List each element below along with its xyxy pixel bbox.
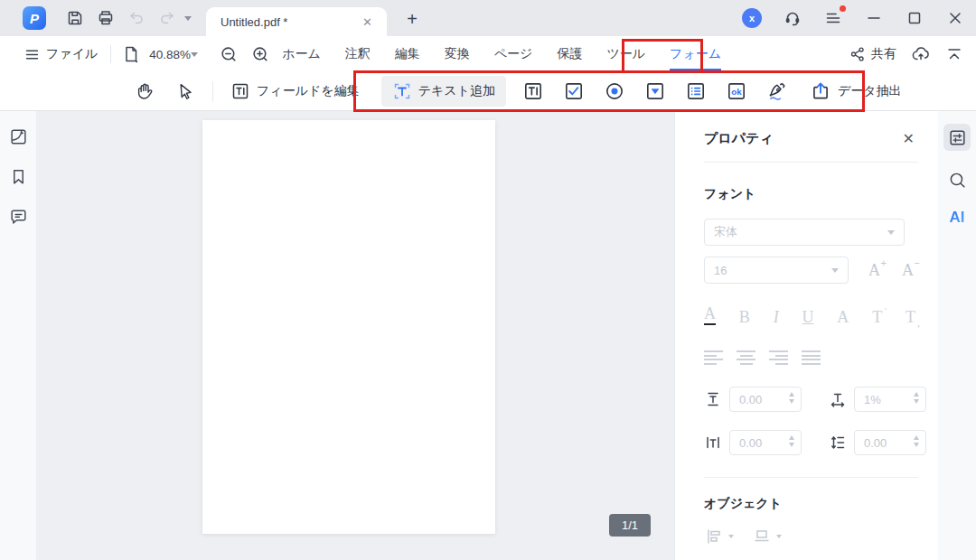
italic-button[interactable]: I [774,309,779,325]
add-text-icon [392,81,412,101]
align-objects-button[interactable] [704,527,734,546]
page-view-icon[interactable] [122,45,140,63]
comments-panel-button[interactable] [8,206,28,226]
properties-close-icon[interactable]: ✕ [899,128,918,149]
pdfelement-logo[interactable]: P [23,6,46,30]
cloud-upload-icon[interactable] [911,44,931,64]
signature-field-button[interactable] [766,80,788,102]
increase-font-size-button[interactable]: A+ [868,261,880,280]
hand-tool-button[interactable] [134,80,155,102]
ok-glyph: ok [731,87,742,97]
tab-comment[interactable]: 注釈 [345,38,371,70]
undo-redo-dropdown[interactable] [184,16,192,21]
close-button[interactable] [945,8,965,28]
save-button[interactable] [65,8,85,28]
char-spacing-spinner[interactable] [729,430,802,455]
user-avatar[interactable]: x [742,8,762,28]
listbox-field-button[interactable] [685,80,707,102]
radio-field-button[interactable] [604,80,625,102]
form-toolbar: フィールドを編集 テキスト追加 ok データ抽出 [0,72,976,111]
tab-tool[interactable]: ツール [606,38,645,70]
chevron-down-icon [728,535,734,538]
align-center-button[interactable] [737,350,755,365]
checkbox-field-button[interactable] [563,80,585,102]
headset-support-icon[interactable] [783,8,802,28]
tab-edit[interactable]: 編集 [395,38,420,70]
titlebar: P Untitled.pdf * ✕ + x [0,0,976,36]
collapse-toolbar-icon[interactable] [945,45,963,63]
add-text-label: テキスト追加 [418,83,495,99]
right-sidebar: AI [938,111,976,560]
minimize-button[interactable] [864,8,884,28]
spinner-arrows[interactable] [789,392,794,404]
zoom-level-value[interactable]: 40.88% [149,48,191,61]
main-area: 1/1 プロパティ ✕ フォント 宋体 16 A+ A− A B I U A [0,111,976,560]
zoom-dropdown-caret[interactable] [191,52,198,57]
strikethrough-button[interactable]: A [837,309,849,325]
tab-page[interactable]: ページ [494,38,533,70]
align-right-button[interactable] [769,350,788,365]
tab-protect[interactable]: 保護 [557,38,582,70]
document-tab[interactable]: Untitled.pdf * ✕ [206,7,387,36]
text-field-button[interactable] [522,80,544,102]
superscript-button[interactable]: T [872,309,882,325]
subscript-button[interactable]: T [906,309,915,325]
chevron-down-icon [831,268,839,273]
divider [704,162,918,163]
file-menu-button[interactable]: ファイル [24,46,98,62]
new-tab-button[interactable]: + [400,7,424,31]
zoom-in-button[interactable] [251,45,270,64]
spinner-arrows[interactable] [789,435,794,447]
divider [110,45,111,63]
char-spacing-icon [704,433,722,453]
button-field-button[interactable]: ok [726,80,747,102]
ribbon-tabs: ホーム 注釈 編集 変換 ページ 保護 ツール フォーム [282,38,721,70]
horizontal-scale-spinner[interactable] [854,387,926,412]
font-family-select[interactable]: 宋体 [704,219,905,246]
add-text-button[interactable]: テキスト追加 [381,76,506,107]
underline-button[interactable]: U [802,309,814,325]
text-field-icon [230,81,250,101]
app-menu-icon[interactable] [823,8,843,28]
align-left-button[interactable] [704,350,723,365]
undo-button[interactable] [127,8,146,28]
spinner-arrows[interactable] [914,435,919,447]
zoom-out-button[interactable] [220,45,239,64]
ai-assistant-button[interactable]: AI [950,209,965,227]
line-spacing-spinner[interactable] [854,430,926,455]
edit-fields-button[interactable]: フィールドを編集 [225,76,365,107]
vertical-scale-spinner[interactable] [729,387,802,412]
redo-button[interactable] [157,8,177,28]
object-tools-row [704,527,918,546]
properties-panel-button[interactable] [943,124,971,151]
font-color-button[interactable]: A [704,305,716,325]
pdf-page[interactable] [202,120,495,534]
share-button[interactable]: 共有 [849,46,896,62]
data-extract-button[interactable]: データ抽出 [804,76,907,107]
divider [704,477,918,478]
bold-button[interactable]: B [739,309,750,325]
thumbnails-panel-button[interactable] [8,126,28,146]
line-spacing-icon [829,433,847,453]
properties-panel: プロパティ ✕ フォント 宋体 16 A+ A− A B I U A T T [674,111,938,560]
spinner-arrows[interactable] [914,392,919,404]
tab-home[interactable]: ホーム [282,38,321,70]
print-button[interactable] [96,8,116,28]
maximize-button[interactable] [905,8,924,28]
distribute-objects-button[interactable] [752,527,782,546]
search-button[interactable] [943,166,971,193]
dropdown-field-button[interactable] [644,80,666,102]
tab-close-icon[interactable]: ✕ [359,14,376,31]
decrease-font-size-button[interactable]: A− [902,261,914,280]
share-label: 共有 [871,46,896,62]
share-icon [849,46,866,62]
justify-button[interactable] [802,350,821,365]
tab-form[interactable]: フォーム [670,38,721,70]
font-size-select[interactable]: 16 [704,257,849,284]
bookmarks-panel-button[interactable] [8,166,28,186]
tab-convert[interactable]: 変換 [445,38,470,70]
document-canvas[interactable]: 1/1 [36,111,674,560]
data-extract-label: データ抽出 [838,83,902,99]
select-tool-button[interactable] [174,80,196,102]
font-section-heading: フォント [704,186,918,202]
